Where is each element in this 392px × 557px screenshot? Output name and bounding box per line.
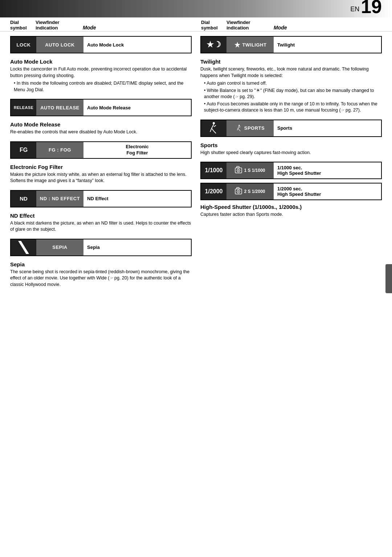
- nd-effect-title: ND Effect: [10, 213, 192, 219]
- high-speed-shutter-title: High-Speed Shutter (1/1000s., 1/2000s.): [200, 204, 382, 210]
- auto-mode-lock-section: Auto Mode Lock Locks the camcorder in Fu…: [10, 58, 192, 93]
- shutter-2000-icon: 2 S 1/2000: [226, 183, 274, 199]
- auto-mode-release-body: Re-enables the controls that were disabl…: [10, 129, 192, 136]
- svg-line-12: [238, 128, 239, 130]
- twilight-title: Twilight: [200, 58, 382, 65]
- svg-rect-20: [237, 187, 239, 189]
- nd-effect-row: ND ND : ND EFFECT ND Effect: [10, 190, 192, 207]
- svg-line-9: [238, 126, 239, 128]
- svg-line-6: [212, 128, 214, 131]
- auto-mode-release-title: Auto Mode Release: [10, 121, 192, 128]
- svg-point-8: [238, 125, 240, 126]
- svg-marker-1: [234, 42, 240, 48]
- sepia-title: Sepia: [10, 261, 192, 267]
- twilight-mode-name: Twilight: [274, 37, 381, 53]
- lock-indication: AUTO LOCK: [36, 37, 83, 53]
- release-indication: AUTO RELEASE: [36, 100, 83, 116]
- twilight-bullet-0: Auto gain control is turned off.: [200, 80, 382, 87]
- nd-effect-section: ND Effect A black mist darkens the pictu…: [10, 213, 192, 233]
- shutter-1000-indicator: 1 S 1/1000: [244, 168, 265, 173]
- high-speed-shutter-body: Captures faster action than Sports mode.: [200, 211, 382, 218]
- twilight-bullet-2: Auto Focus becomes available only in the…: [200, 101, 382, 114]
- sports-title: Sports: [200, 142, 382, 148]
- high-speed-shutter-section: High-Speed Shutter (1/1000s., 1/2000s.) …: [200, 204, 382, 218]
- lock-symbol: LOCK: [11, 37, 36, 53]
- nd-indication: ND : ND EFFECT: [36, 191, 83, 207]
- shutter-2000-number: 1/2000: [201, 183, 226, 199]
- sports-mode-name: Sports: [274, 120, 381, 136]
- shutter-2000-label: 1/2000 sec. High Speed Shutter: [274, 183, 381, 199]
- right-column: ★☽ TWILIGHT Twilight Twilight Dusk, twil…: [200, 32, 382, 294]
- sports-row: SPORTS Sports: [200, 120, 382, 137]
- svg-marker-0: [18, 241, 29, 254]
- twilight-body: Dusk, twilight scenery, fireworks, etc.,…: [200, 66, 382, 79]
- sports-symbol: [201, 120, 226, 136]
- shutter-2000-label-bottom: High Speed Shutter: [277, 191, 321, 197]
- twilight-symbol: ★☽: [201, 37, 226, 53]
- shutter-1000-icon: 1 S 1/1000: [226, 162, 274, 178]
- auto-mode-lock-body: Locks the camcorder in Full Auto mode, p…: [10, 66, 192, 79]
- twilight-star-icon: [234, 41, 241, 48]
- column-headers: Dial symbol Viewfinder indication Mode D…: [0, 17, 392, 32]
- shutter-2000-label-top: 1/2000 sec.: [277, 186, 302, 191]
- shutter-2000-camera-icon: [235, 187, 243, 196]
- sepia-diagonal-icon: [18, 241, 29, 254]
- auto-mode-lock-title: Auto Mode Lock: [10, 58, 192, 65]
- fog-mode-name: Electronic Fog Filter: [83, 142, 191, 158]
- fg-indication: FG : FOG: [36, 142, 83, 158]
- left-viewfinder-header: Viewfinder indication: [36, 20, 83, 31]
- auto-mode-lock-row: LOCK AUTO LOCK Auto Mode Lock: [10, 36, 192, 53]
- side-tab: [385, 264, 392, 293]
- shutter-1000-label: 1/1000 sec. High Speed Shutter: [274, 162, 381, 178]
- left-dial-symbol-header: Dial symbol: [10, 20, 36, 31]
- right-dial-symbol-header: Dial symbol: [201, 20, 226, 31]
- sepia-section: Sepia The scene being shot is recorded i…: [10, 261, 192, 288]
- sepia-body: The scene being shot is recorded in sepi…: [10, 269, 192, 288]
- release-symbol: RELEASE: [11, 100, 36, 116]
- header-bar: EN 19: [0, 0, 392, 17]
- svg-line-13: [239, 130, 240, 131]
- svg-line-3: [212, 124, 214, 128]
- page-number: 19: [361, 0, 382, 16]
- twilight-section: Twilight Dusk, twilight scenery, firewor…: [200, 58, 382, 114]
- fg-symbol: FG: [11, 142, 36, 158]
- twilight-bullet-1: White Balance is set to "☀" (FINE day mo…: [200, 88, 382, 100]
- twilight-indication: TWILIGHT: [226, 37, 274, 53]
- right-headers: Dial symbol Viewfinder indication Mode: [196, 20, 382, 31]
- lock-mode-name: Auto Mode Lock: [83, 37, 191, 53]
- auto-mode-release-row: RELEASE AUTO RELEASE Auto Mode Release: [10, 99, 192, 116]
- shutter-1000-camera-icon: [235, 166, 243, 175]
- fog-filter-title: Electronic Fog Filter: [10, 164, 192, 170]
- svg-line-4: [214, 125, 216, 127]
- sports-indication-icon: [236, 125, 243, 132]
- nd-symbol: ND: [11, 191, 36, 207]
- right-mode-header: Mode: [274, 25, 382, 31]
- nd-mode-name: ND Effect: [83, 191, 191, 207]
- svg-rect-16: [237, 166, 239, 168]
- sports-section: Sports High shutter speed clearly captur…: [200, 142, 382, 156]
- fog-filter-row: FG FG : FOG Electronic Fog Filter: [10, 141, 192, 159]
- sports-body: High shutter speed clearly captures fast…: [200, 150, 382, 156]
- fog-filter-body: Makes the picture look misty white, as w…: [10, 171, 192, 184]
- sepia-mode-name: Sepia: [83, 239, 191, 255]
- svg-point-2: [213, 122, 215, 124]
- left-headers: Dial symbol Viewfinder indication Mode: [10, 20, 196, 31]
- svg-line-7: [214, 131, 216, 133]
- svg-line-10: [239, 126, 240, 127]
- shutter-2000-row: 1/2000 2 S 1/2000 1/2000 sec. High Speed…: [200, 183, 382, 200]
- sepia-symbol: [11, 239, 36, 255]
- sepia-indication: SEPIA: [36, 239, 83, 255]
- svg-point-17: [238, 170, 239, 171]
- release-mode-name: Auto Mode Release: [83, 100, 191, 116]
- main-content: LOCK AUTO LOCK Auto Mode Lock Auto Mode …: [0, 32, 392, 294]
- right-viewfinder-header: Viewfinder indication: [226, 20, 274, 31]
- svg-point-21: [238, 191, 239, 192]
- left-column: LOCK AUTO LOCK Auto Mode Lock Auto Mode …: [10, 32, 192, 294]
- twilight-row: ★☽ TWILIGHT Twilight: [200, 36, 382, 53]
- shutter-1000-label-top: 1/1000 sec.: [277, 165, 302, 170]
- auto-mode-release-section: Auto Mode Release Re-enables the control…: [10, 121, 192, 136]
- sports-figure-icon: [208, 122, 220, 135]
- shutter-1000-label-bottom: High Speed Shutter: [277, 170, 321, 176]
- fog-filter-section: Electronic Fog Filter Makes the picture …: [10, 164, 192, 184]
- shutter-1000-number: 1/1000: [201, 162, 226, 178]
